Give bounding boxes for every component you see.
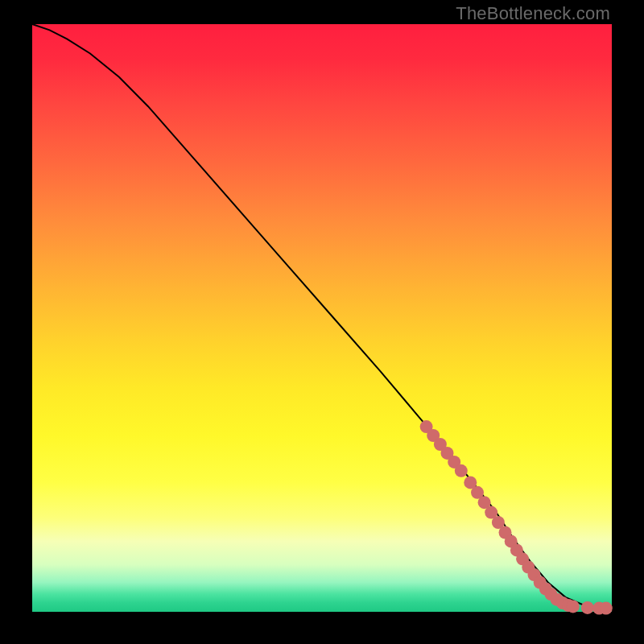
data-marker	[567, 600, 580, 613]
chart-svg	[32, 24, 612, 612]
plot-area	[32, 24, 612, 612]
chart-frame: TheBottleneck.com	[0, 0, 644, 644]
marker-layer	[420, 420, 613, 615]
watermark-text: TheBottleneck.com	[456, 3, 610, 24]
bottleneck-curve	[32, 24, 612, 609]
data-marker	[600, 602, 613, 615]
data-marker	[581, 601, 594, 614]
data-marker	[455, 464, 468, 477]
